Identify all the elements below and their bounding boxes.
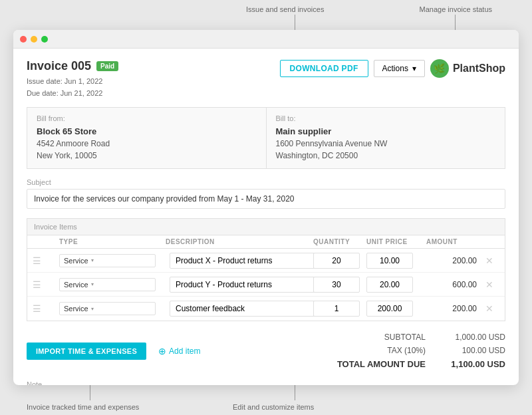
quantity-input-3[interactable] xyxy=(313,301,360,317)
bill-to-name: Main supplier xyxy=(276,126,496,136)
col-type: TYPE xyxy=(59,238,166,245)
header-actions: DOWNLOAD PDF Actions ▾ 🌿 PlantShop xyxy=(280,59,505,78)
drag-handle-3[interactable]: ☰ xyxy=(33,303,59,314)
import-time-expenses-button[interactable]: IMPORT TIME & EXPENSES xyxy=(27,343,146,360)
service-select-3[interactable]: Service ▾ xyxy=(59,302,156,315)
description-input-3[interactable] xyxy=(170,301,317,317)
items-columns-header: TYPE DESCRIPTION QUANTITY UNIT PRICE AMO… xyxy=(27,235,505,249)
invoice-number: Invoice 005 xyxy=(27,59,91,73)
total-amount-value: 1,100.00 USD xyxy=(439,359,505,369)
title-bar xyxy=(13,30,519,49)
invoice-title: Invoice 005 Paid xyxy=(27,59,118,73)
note-section: Note Let us know if you need any help wi… xyxy=(27,380,505,385)
chevron-down-icon: ▾ xyxy=(91,257,94,263)
col-quantity: QUANTITY xyxy=(313,238,366,245)
bill-from-label: Bill from: xyxy=(37,114,257,122)
amount-2: 600.00 xyxy=(426,280,479,289)
chevron-down-icon: ▾ xyxy=(412,64,416,73)
col-unit-price: UNIT PRICE xyxy=(366,238,426,245)
description-input-1[interactable] xyxy=(170,253,317,269)
subject-section: Subject xyxy=(27,178,505,209)
remove-button-1[interactable]: ✕ xyxy=(479,255,499,266)
table-row: ☰ Service ▾ 600.00 ✕ xyxy=(27,273,505,297)
tax-row: TAX (10%) 100.00 USD xyxy=(337,344,505,357)
amount-3: 200.00 xyxy=(426,304,479,313)
drag-handle-2[interactable]: ☰ xyxy=(33,279,59,290)
price-input-3[interactable] xyxy=(366,301,413,317)
bill-to-label: Bill to: xyxy=(276,114,496,122)
subtotal-row: SUBTOTAL 1,000.00 USD xyxy=(337,331,505,344)
price-input-1[interactable] xyxy=(366,253,413,269)
bill-to-address: 1600 Pennsylvania Avenue NW Washington, … xyxy=(276,138,496,162)
actions-button[interactable]: Actions ▾ xyxy=(374,60,425,77)
amount-1: 200.00 xyxy=(426,256,479,265)
add-item-button[interactable]: ⊕ Add item xyxy=(152,341,207,361)
tax-label: TAX (10%) xyxy=(346,346,426,355)
drag-handle-1[interactable]: ☰ xyxy=(33,255,59,266)
subtotal-value: 1,000.00 USD xyxy=(439,333,505,342)
plus-icon: ⊕ xyxy=(158,346,166,356)
actions-label: Actions xyxy=(382,64,408,73)
items-section-label: Invoice Items xyxy=(27,219,505,235)
bill-to: Bill to: Main supplier 1600 Pennsylvania… xyxy=(267,108,505,168)
bill-from-address: 4542 Anmoore Road New York, 10005 xyxy=(37,138,257,162)
logo-icon: 🌿 xyxy=(430,59,449,78)
annotation-edit-items: Edit and customize items xyxy=(233,403,314,411)
issue-date: Issue date: Jun 1, 2022 xyxy=(27,76,118,88)
totals-area: SUBTOTAL 1,000.00 USD TAX (10%) 100.00 U… xyxy=(337,331,505,371)
add-item-label: Add item xyxy=(169,346,200,356)
due-date: Due date: Jun 21, 2022 xyxy=(27,88,118,100)
service-select-1[interactable]: Service ▾ xyxy=(59,254,156,267)
col-description: DESCRIPTION xyxy=(166,238,313,245)
billing-section: Bill from: Block 65 Store 4542 Anmoore R… xyxy=(27,107,505,169)
annotation-issue-send: Issue and send invoices xyxy=(246,5,324,13)
remove-button-3[interactable]: ✕ xyxy=(479,303,499,314)
subtotal-label: SUBTOTAL xyxy=(346,333,426,342)
bill-from: Bill from: Block 65 Store 4542 Anmoore R… xyxy=(27,108,267,168)
total-amount-label: TOTAL AMOUNT DUE xyxy=(337,359,426,369)
logo-text: PlantShop xyxy=(453,63,505,74)
minimize-dot[interactable] xyxy=(31,36,37,43)
paid-badge: Paid xyxy=(96,61,118,71)
bottom-bar: IMPORT TIME & EXPENSES ⊕ Add item SUBTOT… xyxy=(27,331,505,371)
chevron-down-icon: ▾ xyxy=(91,306,94,312)
browser-window: Invoice 005 Paid Issue date: Jun 1, 2022… xyxy=(13,30,519,385)
date-info: Issue date: Jun 1, 2022 Due date: Jun 21… xyxy=(27,76,118,99)
annotation-time-expenses: Invoice tracked time and expenses xyxy=(27,403,139,411)
annotation-manage-status: Manage invoice status xyxy=(420,5,492,13)
service-select-2[interactable]: Service ▾ xyxy=(59,278,156,291)
subject-input[interactable] xyxy=(27,189,505,209)
invoice-title-area: Invoice 005 Paid Issue date: Jun 1, 2022… xyxy=(27,59,118,99)
invoice-header: Invoice 005 Paid Issue date: Jun 1, 2022… xyxy=(27,59,505,99)
invoice-content: Invoice 005 Paid Issue date: Jun 1, 2022… xyxy=(13,49,519,385)
invoice-items-section: Invoice Items TYPE DESCRIPTION QUANTITY … xyxy=(27,218,505,321)
bill-from-name: Block 65 Store xyxy=(37,126,257,136)
remove-button-2[interactable]: ✕ xyxy=(479,279,499,290)
total-row: TOTAL AMOUNT DUE 1,100.00 USD xyxy=(337,357,505,371)
download-pdf-button[interactable]: DOWNLOAD PDF xyxy=(280,60,368,77)
col-amount: AMOUNT xyxy=(426,238,479,245)
table-row: ☰ Service ▾ 200.00 ✕ xyxy=(27,249,505,273)
logo-area: 🌿 PlantShop xyxy=(430,59,505,78)
note-label: Note xyxy=(27,380,505,385)
description-input-2[interactable] xyxy=(170,277,317,293)
quantity-input-2[interactable] xyxy=(313,277,360,293)
quantity-input-1[interactable] xyxy=(313,253,360,269)
subject-label: Subject xyxy=(27,178,505,186)
table-row: ☰ Service ▾ 200.00 ✕ xyxy=(27,297,505,321)
maximize-dot[interactable] xyxy=(41,36,48,43)
chevron-down-icon: ▾ xyxy=(91,281,94,287)
close-dot[interactable] xyxy=(20,36,27,43)
tax-value: 100.00 USD xyxy=(439,346,505,355)
price-input-2[interactable] xyxy=(366,277,413,293)
left-actions: IMPORT TIME & EXPENSES ⊕ Add item xyxy=(27,341,207,361)
